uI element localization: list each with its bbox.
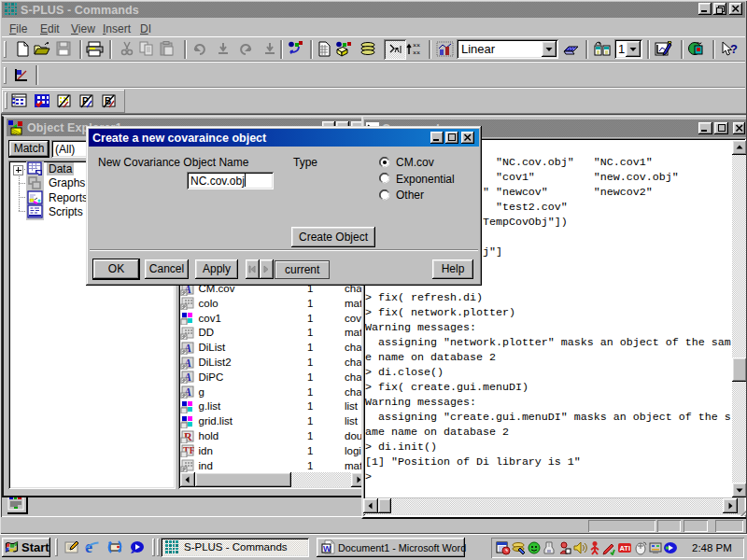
svg-text:W: W — [323, 544, 331, 553]
svg-text:ATI: ATI — [620, 544, 631, 553]
svg-text:××: ×× — [413, 49, 420, 56]
svg-text:?: ? — [730, 42, 738, 56]
svg-text:××: ×× — [413, 42, 420, 49]
